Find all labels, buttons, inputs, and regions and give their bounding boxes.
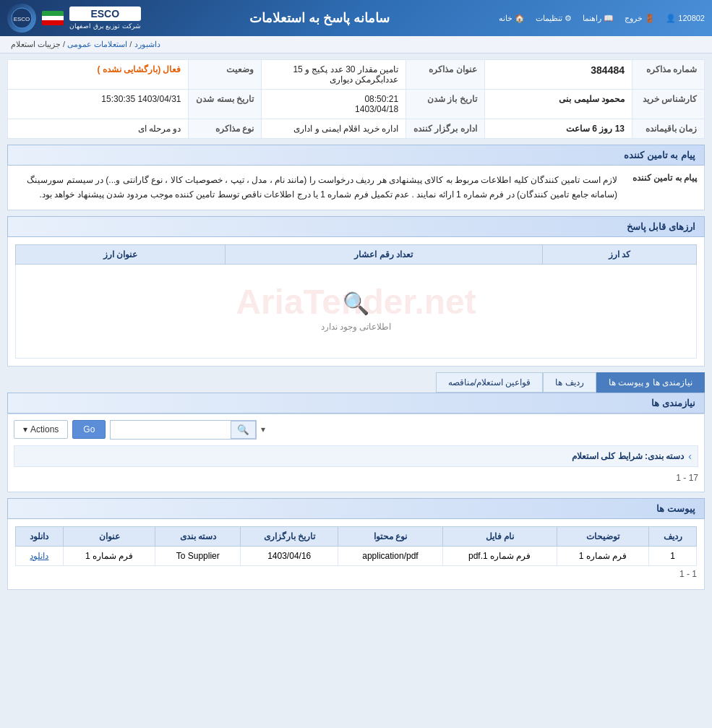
att-download-cell: دانلود <box>16 546 64 565</box>
top-header: 120802 👤 🚪 خروج 📖 راهنما ⚙ تنظیمات 🏠 خان… <box>0 0 712 36</box>
chevron-right-icon: › <box>688 450 692 462</box>
currencies-header: ارزهای قابل پاسخ <box>7 216 705 237</box>
currencies-body: AriaTender.net کد ارز تعداد رقم اعشار عن… <box>7 237 705 367</box>
col-currency-title: عنوان ارز <box>16 244 226 264</box>
needs-section-header: نیازمندی ها <box>7 393 705 414</box>
message-label: پیام به تامین کننده <box>625 173 697 202</box>
download-link[interactable]: دانلود <box>30 551 48 561</box>
tab-rows[interactable]: ردیف ها <box>543 372 596 393</box>
att-col-title: عنوان <box>63 526 155 546</box>
header-nav: 120802 👤 🚪 خروج 📖 راهنما ⚙ تنظیمات 🏠 خان… <box>499 14 705 23</box>
supplier-message-body: پیام به تامین کننده لازم است تامین کنندگ… <box>7 166 705 210</box>
status-value: فعال (بارگشایی نشده ) <box>8 60 189 90</box>
organizer-label: اداره برگزار کننده <box>406 119 485 139</box>
breadcrumb: داشبورد / استعلامات عمومی / جزیبات استعل… <box>0 36 712 53</box>
flag-icon <box>42 11 64 25</box>
user-icon: 👤 <box>666 14 676 23</box>
buyer-label: کارشناس خرید <box>632 90 705 119</box>
chevron-down-icon-2: ▾ <box>261 424 265 434</box>
breadcrumb-inquiries[interactable]: استعلامات عمومی <box>67 40 127 48</box>
breadcrumb-home[interactable]: داشبورد <box>134 40 160 48</box>
organizer-value: اداره خرید اقلام ایمنی و اداری <box>262 119 406 139</box>
attachments-body: ردیف توضیحات نام فایل نوع محتوا تاریخ با… <box>7 519 705 590</box>
exit-icon: 🚪 <box>645 14 655 23</box>
needs-section-body: ▾ Actions Go 🔍 ▾ › دسته بندی: شرایط کلی … <box>7 414 705 492</box>
message-text: لازم است تامین کنندگان کلیه اطلاعات مربو… <box>15 173 617 202</box>
empty-search-icon: 🔍 <box>43 291 669 316</box>
att-category: To Supplier <box>155 546 241 565</box>
home-nav-item[interactable]: 🏠 خانه <box>499 14 525 23</box>
search-icon: 🔍 <box>237 424 249 435</box>
supplier-message-header: پیام به تامین کننده <box>7 145 705 166</box>
att-description: فرم شماره 1 <box>557 546 648 565</box>
guide-nav-item[interactable]: 📖 راهنما <box>583 14 614 23</box>
att-title: فرم شماره 1 <box>63 546 155 565</box>
att-upload-date: 1403/04/16 <box>241 546 338 565</box>
inquiry-number-label: شماره مذاکره <box>632 60 705 90</box>
att-col-description: توضیحات <box>557 526 648 546</box>
tab-needs[interactable]: نیازمندی ها و پیوست ها <box>596 372 705 393</box>
att-col-filename: نام فایل <box>442 526 557 546</box>
open-date-value: 08:50:21 1403/04/18 <box>262 90 406 119</box>
needs-search-input[interactable] <box>111 421 231 437</box>
group-label: دسته بندی: شرایط کلی استعلام <box>572 451 684 461</box>
tab-rules[interactable]: قواعین استعلام/مناقصه <box>436 372 544 393</box>
attachment-row: 1 فرم شماره 1 فرم شماره 1.pdf applicatio… <box>16 546 697 565</box>
needs-pagination: 17 - 1 <box>14 470 698 486</box>
subject-label: عنوان مذاکره <box>406 60 485 90</box>
attachments-table: ردیف توضیحات نام فایل نوع محتوا تاریخ با… <box>15 526 697 566</box>
esco-badge: ESCO <box>69 7 141 21</box>
att-content-type: application/pdf <box>338 546 442 565</box>
type-label: نوع مذاکره <box>189 119 262 139</box>
att-filename: فرم شماره 1.pdf <box>442 546 557 565</box>
att-col-upload-date: تاریخ بارگزاری <box>241 526 338 546</box>
att-col-row: ردیف <box>649 526 697 546</box>
remaining-value: 13 روز 6 ساعت <box>484 119 632 139</box>
gear-icon: ⚙ <box>565 14 572 23</box>
close-date-label: تاریخ بسته شدن <box>189 90 262 119</box>
company-logo: ESCO <box>7 4 36 33</box>
att-col-download: دانلود <box>16 526 64 546</box>
status-label: وضعیت <box>189 60 262 90</box>
user-id: 120802 👤 <box>666 14 705 23</box>
book-icon: 📖 <box>604 14 614 23</box>
svg-text:ESCO: ESCO <box>14 16 30 22</box>
home-icon: 🏠 <box>515 14 525 23</box>
actions-bar: ▾ Actions Go 🔍 ▾ <box>14 420 698 440</box>
att-row-number: 1 <box>649 546 697 565</box>
inquiry-info-table: شماره مذاکره 384484 عنوان مذاکره تامین م… <box>7 59 705 139</box>
buyer-value: محمود سلیمی بنی <box>484 90 632 119</box>
currencies-empty: 🔍 اطلاعاتی وجود ندارد <box>16 264 697 358</box>
att-col-content-type: نوع محتوا <box>338 526 442 546</box>
tabs-container: نیازمندی ها و پیوست ها ردیف ها قواعین اس… <box>7 372 705 393</box>
attachments-header: پیوست ها <box>7 498 705 519</box>
exit-nav-item[interactable]: 🚪 خروج <box>625 14 655 23</box>
att-col-category: دسته بندی <box>155 526 241 546</box>
main-content: شماره مذاکره 384484 عنوان مذاکره تامین م… <box>0 53 712 601</box>
col-decimal-places: تعداد رقم اعشار <box>225 244 542 264</box>
subject-value: تامین مقدار 30 عدد پکیج و 15 عددابگرمکن … <box>262 60 406 90</box>
needs-search-button[interactable]: 🔍 <box>231 421 256 439</box>
go-button[interactable]: Go <box>72 420 106 439</box>
close-date-value: 1403/04/31 15:30:35 <box>8 90 189 119</box>
attachments-pagination: 1 - 1 <box>15 566 697 582</box>
remaining-label: زمان باقیمانده <box>632 119 705 139</box>
page-title: سامانه پاسخ به استعلامات <box>249 10 390 26</box>
col-currency-code: کد ارز <box>542 244 696 264</box>
open-date-label: تاریخ باز شدن <box>406 90 485 119</box>
header-logo: ESCO شرکت توزیع برق اصفهان ESCO <box>7 4 141 33</box>
inquiry-number-value: 384484 <box>484 60 632 90</box>
group-row[interactable]: › دسته بندی: شرایط کلی استعلام <box>14 445 698 467</box>
breadcrumb-current: جزیبات استعلام <box>11 40 61 48</box>
currencies-table: کد ارز تعداد رقم اعشار عنوان ارز 🔍 اطلاع… <box>15 244 697 359</box>
actions-button[interactable]: ▾ Actions <box>14 420 68 439</box>
chevron-down-icon: ▾ <box>23 424 27 434</box>
type-value: دو مرحله ای <box>8 119 189 139</box>
settings-nav-item[interactable]: ⚙ تنظیمات <box>536 14 572 23</box>
